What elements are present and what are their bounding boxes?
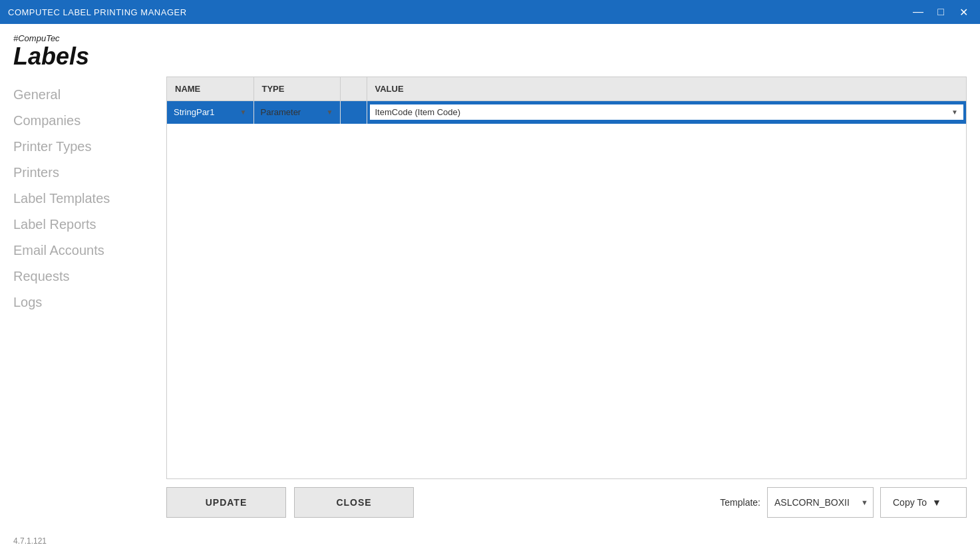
content-row: General Companies Printer Types Printers… — [0, 77, 980, 531]
parameters-table: NAME TYPE VALUE — [167, 77, 966, 101]
type-select-wrapper: Parameter ▼ — [257, 104, 337, 120]
name-select[interactable]: StringPar1 — [170, 104, 251, 120]
col-header-value: VALUE — [367, 77, 966, 101]
main-panel: NAME TYPE VALUE — [166, 77, 980, 531]
type-select[interactable]: Parameter — [257, 104, 337, 120]
cell-type: Parameter ▼ — [253, 101, 340, 124]
cell-color — [340, 101, 367, 124]
sidebar-item-printer-types[interactable]: Printer Types — [13, 135, 153, 158]
value-select-wrapper: ItemCode (Item Code) ▼ — [370, 104, 964, 120]
cell-value: ItemCode (Item Code) ▼ — [367, 101, 966, 124]
update-button[interactable]: UPDATE — [166, 487, 286, 518]
value-select[interactable]: ItemCode (Item Code) — [370, 104, 964, 120]
close-window-button[interactable]: ✕ — [955, 3, 972, 21]
logo-hashtag: #CompuTec — [13, 33, 967, 43]
parameters-table-container: NAME TYPE VALUE — [166, 77, 967, 479]
logo-area: #CompuTec Labels — [0, 24, 980, 77]
sidebar-item-companies[interactable]: Companies — [13, 109, 153, 132]
table-body-scroll: StringPar1 ▼ Parameter — [167, 101, 966, 478]
sidebar-item-label-reports[interactable]: Label Reports — [13, 213, 153, 236]
sidebar-item-general[interactable]: General — [13, 83, 153, 106]
window-controls: — □ ✕ — [909, 3, 972, 21]
version-bar: 4.7.1.121 — [0, 531, 980, 551]
minimize-button[interactable]: — — [909, 3, 927, 21]
color-swatch[interactable] — [344, 104, 363, 121]
template-section: Template: ASLCORN_BOXII ▼ Copy To ▼ — [720, 487, 967, 518]
copy-to-chevron-icon: ▼ — [932, 497, 941, 508]
copy-to-label: Copy To — [893, 497, 927, 508]
parameters-data-table: StringPar1 ▼ Parameter — [167, 101, 966, 124]
sidebar-item-requests[interactable]: Requests — [13, 265, 153, 288]
table-header-row: NAME TYPE VALUE — [167, 77, 966, 101]
template-select-wrapper: ASLCORN_BOXII ▼ — [767, 487, 874, 518]
col-header-name: NAME — [167, 77, 253, 101]
col-header-color — [340, 77, 367, 101]
template-select[interactable]: ASLCORN_BOXII — [767, 487, 874, 518]
bottom-bar: UPDATE CLOSE Template: ASLCORN_BOXII ▼ C… — [166, 487, 967, 518]
sidebar-item-label-templates[interactable]: Label Templates — [13, 187, 153, 210]
title-bar: COMPUTEC LABEL PRINTING MANAGER — □ ✕ — [0, 0, 980, 24]
cell-name: StringPar1 ▼ — [167, 101, 253, 124]
sidebar: General Companies Printer Types Printers… — [0, 77, 166, 531]
name-select-wrapper: StringPar1 ▼ — [170, 104, 251, 120]
sidebar-item-logs[interactable]: Logs — [13, 291, 153, 314]
template-label: Template: — [720, 497, 760, 508]
app-body: #CompuTec Labels General Companies Print… — [0, 24, 980, 551]
sidebar-item-printers[interactable]: Printers — [13, 161, 153, 184]
sidebar-item-email-accounts[interactable]: Email Accounts — [13, 239, 153, 262]
col-header-type: TYPE — [253, 77, 340, 101]
version-text: 4.7.1.121 — [13, 536, 47, 546]
app-title: COMPUTEC LABEL PRINTING MANAGER — [8, 7, 187, 17]
table-row: StringPar1 ▼ Parameter — [167, 101, 966, 124]
logo-main: Labels — [13, 43, 967, 70]
maximize-button[interactable]: □ — [932, 3, 949, 21]
close-button[interactable]: CLOSE — [294, 487, 414, 518]
copy-to-button[interactable]: Copy To ▼ — [880, 487, 967, 518]
